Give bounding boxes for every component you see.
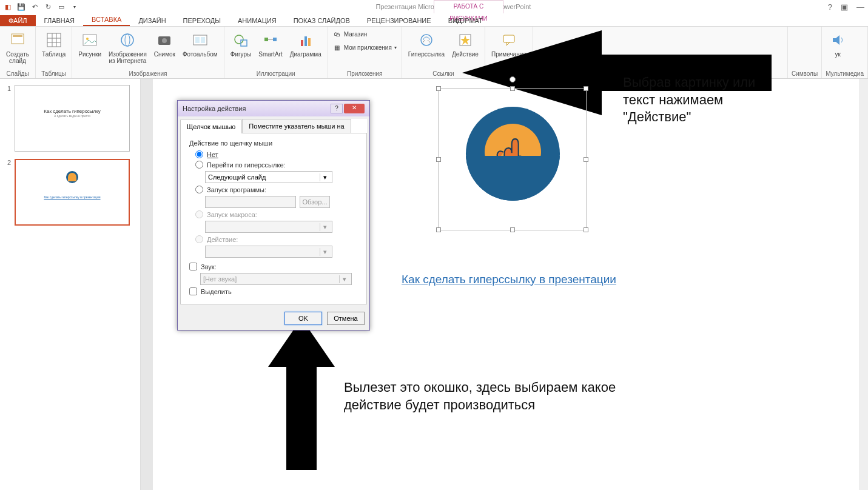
resize-handle[interactable] <box>584 157 588 162</box>
hyperlink-button[interactable]: Гиперссылка <box>406 29 447 59</box>
smartart-button[interactable]: SmartArt <box>256 29 284 59</box>
slide-thumbnail-2[interactable]: Как сделать гиперссылку в презентации <box>15 159 130 226</box>
tab-insert[interactable]: ВСТАВКА <box>83 14 130 26</box>
dialog-tab-click[interactable]: Щелчок мышью <box>180 119 242 133</box>
slide-panel[interactable]: 1 Как сделать гиперссылку А сделать вида… <box>0 79 141 490</box>
slide[interactable]: Выбрав картинку или текст нажимаем "Дейс… <box>153 79 868 490</box>
radio-none[interactable]: Нет <box>195 150 358 158</box>
new-slide-button[interactable]: Создать слайд <box>4 29 32 65</box>
tab-design[interactable]: ДИЗАЙН <box>130 15 174 26</box>
ok-button[interactable]: OK <box>284 312 322 325</box>
svg-rect-15 <box>201 37 205 43</box>
my-apps-button[interactable]: ▦Мои приложения ▾ <box>332 42 398 52</box>
photo-album-button[interactable]: Фотоальбом <box>180 29 220 59</box>
ribbon-display-icon[interactable]: ▣ <box>841 2 848 12</box>
store-icon: 🛍 <box>333 30 341 38</box>
myapps-icon: ▦ <box>333 43 341 52</box>
group-media-label: Мультимедиа <box>826 70 864 78</box>
app-icon: ◧ <box>4 2 12 11</box>
svg-rect-19 <box>273 38 277 41</box>
logo-image <box>466 107 560 201</box>
resize-handle[interactable] <box>436 157 441 162</box>
qat-dropdown-icon[interactable]: ▾ <box>70 2 79 11</box>
slide-hyperlink[interactable]: Как сделать гиперссылку в презентации <box>402 273 616 286</box>
thumb-number: 2 <box>5 159 11 226</box>
dialog-tab-hover[interactable]: Поместите указатель мыши на <box>242 119 351 133</box>
dialog-help-button[interactable]: ? <box>331 104 343 113</box>
tab-animations[interactable]: АНИМАЦИЯ <box>229 15 285 26</box>
resize-handle[interactable] <box>510 227 515 232</box>
resize-handle[interactable] <box>510 86 515 91</box>
cancel-button[interactable]: Отмена <box>327 312 365 325</box>
dialog-close-button[interactable]: ✕ <box>344 104 365 113</box>
tab-review[interactable]: РЕЦЕНЗИРОВАНИЕ <box>358 15 440 26</box>
checkbox-sound-input[interactable] <box>189 263 197 270</box>
minimize-icon[interactable]: — <box>856 2 864 12</box>
radio-none-input[interactable] <box>195 150 203 158</box>
action-settings-dialog: Настройка действия ? ✕ Щелчок мышью Поме… <box>177 100 370 331</box>
radio-hyperlink[interactable]: Перейти по гиперссылке: <box>195 161 358 169</box>
screenshot-button[interactable]: Снимок <box>152 29 178 59</box>
slide-thumbnail-1[interactable]: Как сделать гиперссылку А сделать вида н… <box>15 85 130 152</box>
thumb-number: 1 <box>5 85 11 152</box>
action-select: ▾ <box>205 246 332 258</box>
table-button[interactable]: Таблица <box>39 29 68 59</box>
chevron-down-icon: ▾ <box>320 173 329 181</box>
checkbox-highlight[interactable]: Выделить <box>189 287 358 295</box>
svg-point-9 <box>121 34 133 46</box>
pictures-button[interactable]: Рисунки <box>76 29 104 59</box>
pictures-icon <box>80 30 99 50</box>
vertical-scrollbar[interactable] <box>860 79 868 490</box>
undo-icon[interactable]: ↶ <box>30 2 39 11</box>
svg-rect-23 <box>308 38 311 46</box>
shapes-button[interactable]: Фигуры <box>228 29 254 59</box>
smartart-icon <box>261 30 280 50</box>
group-tables-label: Таблицы <box>39 70 68 78</box>
hyperlink-select[interactable]: Следующий слайд▾ <box>205 171 332 183</box>
svg-marker-30 <box>268 318 335 470</box>
sound-select: [Нет звука]▾ <box>200 273 352 285</box>
resize-handle[interactable] <box>584 86 588 91</box>
redo-icon[interactable]: ↻ <box>44 2 52 11</box>
resize-handle[interactable] <box>436 86 441 91</box>
chart-button[interactable]: Диаграмма <box>288 29 324 59</box>
group-slides-label: Слайды <box>4 70 32 78</box>
svg-rect-18 <box>264 38 268 41</box>
slide-canvas-area: Выбрав картинку или текст нажимаем "Дейс… <box>141 79 868 490</box>
radio-action-input <box>195 235 203 243</box>
work-area: 1 Как сделать гиперссылку А сделать вида… <box>0 79 868 490</box>
annotation-text-2: Вылезет это окошко, здесь выбираем какое… <box>344 379 629 414</box>
group-illustrations-label: Иллюстрации <box>228 70 324 78</box>
svg-rect-2 <box>47 33 61 47</box>
shapes-icon <box>231 30 251 50</box>
checkbox-highlight-input[interactable] <box>189 287 197 295</box>
selected-picture[interactable] <box>438 88 587 230</box>
resize-handle[interactable] <box>436 227 441 232</box>
radio-program[interactable]: Запуск программы: <box>195 186 358 193</box>
svg-point-16 <box>235 35 243 44</box>
tab-transitions[interactable]: ПЕРЕХОДЫ <box>175 15 229 26</box>
slideshow-icon[interactable]: ▭ <box>57 2 66 11</box>
tab-slideshow[interactable]: ПОКАЗ СЛАЙДОВ <box>285 15 358 26</box>
picture-tools-context: РАБОТА С РИСУНКАМИ <box>434 0 503 13</box>
online-pictures-button[interactable]: Изображения из Интернета <box>106 29 149 65</box>
svg-rect-21 <box>301 40 303 46</box>
tab-file[interactable]: ФАЙЛ <box>0 15 36 26</box>
group-images-label: Изображения <box>76 70 220 78</box>
svg-point-10 <box>125 34 130 46</box>
rotate-handle[interactable] <box>510 76 516 82</box>
help-icon[interactable]: ? <box>828 2 832 12</box>
dialog-titlebar[interactable]: Настройка действия ? ✕ <box>178 101 369 116</box>
online-pictures-icon <box>118 30 137 50</box>
resize-handle[interactable] <box>584 227 588 232</box>
macro-select: ▾ <box>205 221 332 233</box>
store-button[interactable]: 🛍Магазин <box>332 29 369 39</box>
radio-program-input[interactable] <box>195 186 203 193</box>
save-icon[interactable]: 💾 <box>17 2 25 11</box>
tab-home[interactable]: ГЛАВНАЯ <box>36 15 83 26</box>
svg-rect-22 <box>304 36 307 46</box>
radio-hyperlink-input[interactable] <box>195 161 203 169</box>
audio-button[interactable]: ук <box>826 29 850 59</box>
photo-album-icon <box>190 30 210 50</box>
checkbox-sound[interactable]: Звук: <box>189 263 358 270</box>
